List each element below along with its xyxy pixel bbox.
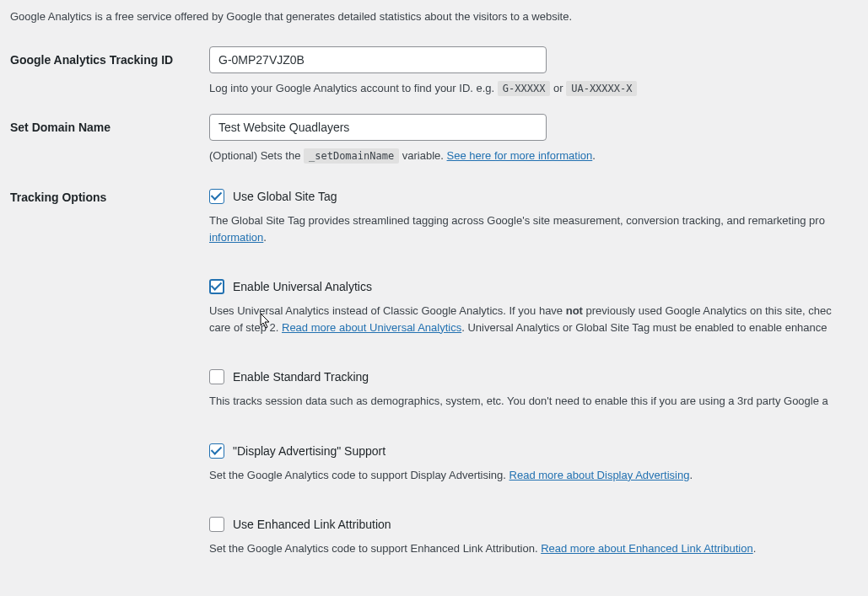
tracking-id-input[interactable]	[209, 46, 547, 73]
global-site-tag-label[interactable]: Use Global Site Tag	[233, 190, 337, 203]
display-advertising-label[interactable]: "Display Advertising" Support	[233, 444, 385, 458]
universal-analytics-link[interactable]: Read more about Universal Analytics	[282, 321, 461, 334]
standard-tracking-label[interactable]: Enable Standard Tracking	[233, 370, 369, 384]
standard-tracking-help: This tracks session data such as demogra…	[209, 393, 868, 410]
intro-text: Google Analytics is a free service offer…	[10, 10, 868, 23]
universal-analytics-checkbox[interactable]	[209, 279, 224, 294]
code-ua-xxxxx: UA-XXXXX-X	[566, 81, 637, 96]
global-site-tag-info-link[interactable]: information	[209, 231, 263, 244]
tracking-id-label: Google Analytics Tracking ID	[10, 46, 209, 67]
domain-name-input[interactable]	[209, 114, 547, 141]
domain-help: (Optional) Sets the _setDomainName varia…	[209, 148, 868, 164]
domain-more-info-link[interactable]: See here for more information	[447, 149, 593, 162]
enhanced-link-attribution-link[interactable]: Read more about Enhanced Link Attributio…	[541, 542, 753, 555]
code-g-xxxxx: G-XXXXX	[498, 81, 551, 96]
universal-analytics-help: Uses Universal Analytics instead of Clas…	[209, 303, 868, 336]
code-setdomainname: _setDomainName	[304, 148, 399, 164]
domain-label: Set Domain Name	[10, 114, 209, 134]
standard-tracking-checkbox[interactable]	[209, 369, 224, 384]
enhanced-link-help: Set the Google Analytics code to support…	[209, 540, 868, 557]
enhanced-link-label[interactable]: Use Enhanced Link Attribution	[233, 518, 391, 531]
global-site-tag-help: The Global Site Tag provides streamlined…	[209, 212, 868, 245]
tracking-id-help: Log into your Google Analytics account t…	[209, 80, 868, 97]
display-advertising-checkbox[interactable]	[209, 443, 224, 459]
global-site-tag-checkbox[interactable]	[209, 189, 224, 204]
enhanced-link-checkbox[interactable]	[209, 517, 224, 532]
display-advertising-link[interactable]: Read more about Display Advertising	[509, 469, 690, 481]
universal-analytics-label[interactable]: Enable Universal Analytics	[233, 280, 372, 293]
tracking-options-label: Tracking Options	[10, 189, 209, 204]
display-advertising-help: Set the Google Analytics code to support…	[209, 467, 868, 484]
